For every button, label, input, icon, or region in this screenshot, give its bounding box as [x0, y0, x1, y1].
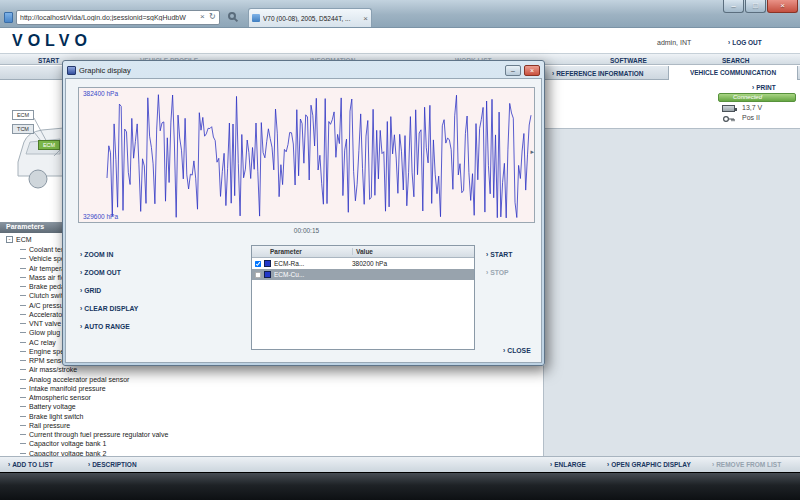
dialog-action-button[interactable]: ›ZOOM OUT [80, 269, 138, 287]
user-label: admin, INT [657, 39, 691, 46]
collapse-icon[interactable]: - [6, 236, 13, 243]
parameter-table: Parameter Value ECM-Ra... 380200 hPa ECM… [251, 245, 475, 350]
series-checkbox[interactable] [255, 271, 261, 277]
tree-item-label: VNT valve [29, 320, 61, 327]
time-label: 00:00:15 [78, 227, 535, 234]
stop-button[interactable]: ›STOP [486, 269, 509, 276]
tree-item-label: Current through fuel pressure regulator … [29, 431, 168, 438]
series-color-swatch [264, 271, 271, 278]
series-value: 380200 hPa [348, 260, 474, 267]
refresh-icon[interactable]: ↻ [209, 13, 216, 21]
logout-button[interactable]: ›LOG OUT [728, 39, 762, 46]
module-ecm-selected[interactable]: ECM [38, 140, 60, 150]
remove-from-list-label: REMOVE FROM LIST [716, 461, 781, 468]
tree-item-label: Atmospheric sensor [29, 394, 91, 401]
tree-item[interactable]: Battery voltage [6, 402, 436, 411]
description-button[interactable]: ›DESCRIPTION [88, 461, 137, 468]
open-graphic-display-button[interactable]: ›OPEN GRAPHIC DISPLAY [607, 461, 691, 468]
series-name: ECM-Ra... [274, 260, 348, 267]
chevron-icon: › [80, 269, 82, 276]
tree-item[interactable]: Atmospheric sensor [6, 393, 436, 402]
tree-branch-icon [20, 369, 26, 370]
volvo-logo: VOLVO [12, 32, 92, 50]
start-label: START [490, 251, 512, 258]
dialog-close-button[interactable]: × [524, 65, 540, 76]
remove-from-list-button[interactable]: ›REMOVE FROM LIST [712, 461, 781, 468]
dialog-title: Graphic display [79, 66, 502, 75]
tree-item-label: Capacitor voltage bank 1 [29, 440, 106, 447]
dialog-action-button[interactable]: ›AUTO RANGE [80, 323, 138, 341]
series-color-swatch [264, 260, 271, 267]
logout-label: LOG OUT [732, 39, 762, 46]
tree-item[interactable]: Current through fuel pressure regulator … [6, 430, 436, 439]
nav-start[interactable]: START [38, 57, 59, 64]
table-row[interactable]: ECM-Ra... 380200 hPa [252, 258, 474, 269]
tree-item[interactable]: Analog accelerator pedal sensor [6, 375, 436, 384]
tree-branch-icon [20, 443, 26, 444]
dialog-minimize-button[interactable]: – [505, 65, 521, 76]
tree-item[interactable]: Rail pressure [6, 421, 436, 430]
browser-tab[interactable]: V70 (00-08), 2005, D5244T, ... × [248, 8, 372, 27]
tab-vehicle-communication[interactable]: VEHICLE COMMUNICATION [668, 66, 798, 80]
start-button[interactable]: ›START [486, 251, 512, 258]
stop-icon[interactable]: × [200, 13, 205, 21]
battery-icon [722, 105, 735, 112]
chevron-icon: › [80, 251, 82, 258]
action-bar: ›ADD TO LIST ›DESCRIPTION ›ENLARGE ›OPEN… [0, 456, 800, 472]
close-button[interactable]: ›CLOSE [503, 347, 531, 354]
print-button[interactable]: ›PRINT [752, 84, 776, 91]
nav-software[interactable]: SOFTWARE [610, 57, 647, 64]
chart-scroll-arrow-icon[interactable]: ▸ [530, 148, 534, 156]
table-row[interactable]: ECM-Cu... [252, 269, 474, 280]
dialog-action-button[interactable]: ›GRID [80, 287, 138, 305]
tab-close-icon[interactable]: × [363, 14, 368, 23]
tab-favicon [252, 14, 260, 22]
y-max-label: 382400 hPa [83, 90, 118, 97]
chevron-icon: › [88, 461, 90, 468]
tree-branch-icon [20, 323, 26, 324]
series-checkbox[interactable] [255, 260, 261, 266]
nav-search[interactable]: SEARCH [722, 57, 749, 64]
tree-item[interactable]: Capacitor voltage bank 1 [6, 439, 436, 448]
graphic-display-dialog: Graphic display – × 382400 hPa 329600 hP… [62, 60, 545, 366]
window-close-button[interactable]: × [767, 0, 798, 13]
search-icon-handle [234, 18, 238, 22]
dialog-buttons: ›ZOOM IN ›ZOOM OUT ›GRID ›CLEAR DISPLAY [80, 251, 138, 341]
tree-item[interactable]: Air mass/stroke [6, 365, 436, 374]
description-label: DESCRIPTION [92, 461, 136, 468]
dialog-action-button[interactable]: ›ZOOM IN [80, 251, 138, 269]
tree-item[interactable]: Brake light switch [6, 412, 436, 421]
dialog-action-button[interactable]: ›CLEAR DISPLAY [80, 305, 138, 323]
tree-item[interactable]: Intake manifold pressure [6, 384, 436, 393]
enlarge-button[interactable]: ›ENLARGE [550, 461, 586, 468]
tree-branch-icon [20, 406, 26, 407]
tree-branch-icon [20, 295, 26, 296]
ignition-position: Pos II [742, 114, 760, 121]
column-value[interactable]: Value [352, 248, 474, 255]
dialog-icon [67, 66, 76, 75]
window-maximize-button[interactable]: □ [745, 0, 766, 13]
tree-branch-icon [20, 286, 26, 287]
tree-item-label: Intake manifold pressure [29, 385, 106, 392]
tab-reference-information[interactable]: ›REFERENCE INFORMATION [552, 70, 643, 77]
enlarge-label: ENLARGE [554, 461, 586, 468]
dialog-titlebar[interactable]: Graphic display – × [65, 63, 542, 78]
add-to-list-button[interactable]: ›ADD TO LIST [8, 461, 53, 468]
stop-label: STOP [490, 269, 508, 276]
address-bar[interactable] [16, 10, 220, 25]
chevron-icon: › [80, 305, 82, 312]
chevron-icon: › [8, 461, 10, 468]
dialog-body: 382400 hPa 329600 hPa ▸ 00:00:15 ›ZOOM I… [65, 78, 542, 363]
module-ecm-top[interactable]: ECM [12, 110, 34, 120]
chevron-icon: › [80, 287, 82, 294]
y-min-label: 329600 hPa [83, 213, 118, 220]
column-parameter[interactable]: Parameter [252, 248, 352, 255]
chart-area: 382400 hPa 329600 hPa ▸ [78, 87, 535, 223]
window-controls: – □ × [722, 0, 798, 13]
module-tcm[interactable]: TCM [12, 124, 34, 134]
tree-branch-icon [20, 258, 26, 259]
browser-titlebar: × ↻ V70 (00-08), 2005, D5244T, ... × – □… [0, 0, 800, 28]
tree-branch-icon [20, 425, 26, 426]
window-minimize-button[interactable]: – [723, 0, 744, 13]
tree-item-label: Rail pressure [29, 422, 70, 429]
